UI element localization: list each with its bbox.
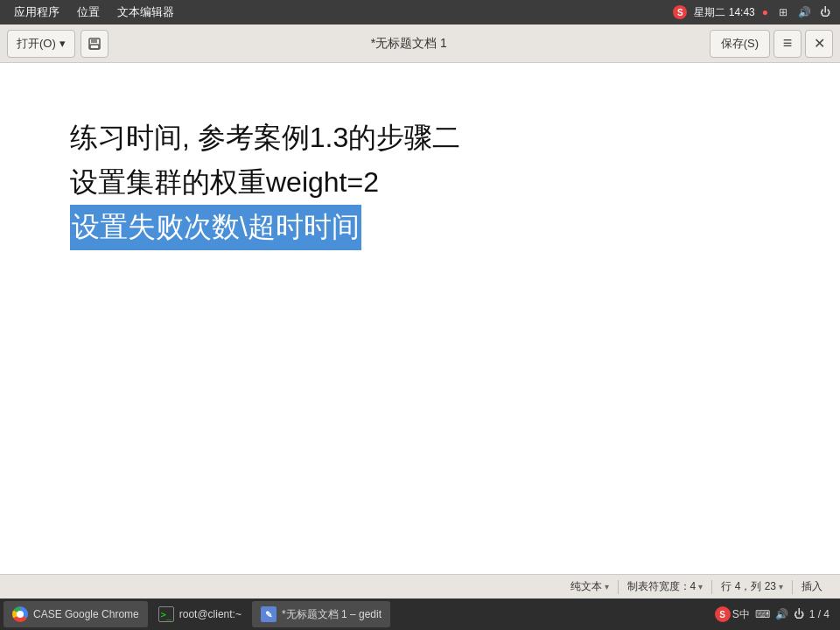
toolbar-right: 保存(S) ≡ ✕ bbox=[710, 30, 833, 58]
clock: 星期二 14:43 bbox=[694, 5, 754, 20]
tab-width-label: 制表符宽度：4 bbox=[627, 579, 696, 594]
sys-icons: ⊞ 🔊 ⏻ bbox=[775, 4, 833, 20]
recording-dot: ● bbox=[762, 6, 768, 18]
open-label: 打开(O) bbox=[17, 36, 56, 52]
menu-apps[interactable]: 应用程序 bbox=[7, 3, 66, 22]
terminal-icon: >_ bbox=[158, 606, 174, 622]
close-button[interactable]: ✕ bbox=[805, 30, 833, 58]
chrome-label: CASE Google Chrome bbox=[33, 608, 139, 620]
svg-rect-1 bbox=[91, 38, 97, 43]
taskbar-right: S S中 ⌨ 🔊 ⏻ 1 / 4 bbox=[715, 606, 836, 622]
position-item[interactable]: 行 4，列 23 ▾ bbox=[714, 579, 790, 594]
position-arrow: ▾ bbox=[779, 582, 783, 592]
sogou-icon: S bbox=[673, 5, 687, 19]
status-bar: 纯文本 ▾ 制表符宽度：4 ▾ 行 4，列 23 ▾ 插入 bbox=[0, 574, 840, 598]
gedit-label: *无标题文档 1 – gedit bbox=[282, 607, 382, 622]
text-type-label: 纯文本 bbox=[570, 579, 602, 594]
floppy-icon bbox=[88, 37, 102, 51]
save-button[interactable]: 保存(S) bbox=[710, 30, 770, 58]
sogou-label: S中 bbox=[732, 607, 750, 622]
editor-area[interactable]: 练习时间, 参考案例1.3的步骤二 设置集群的权重weight=2 设置失败次数… bbox=[0, 63, 840, 574]
editor-content[interactable]: 练习时间, 参考案例1.3的步骤二 设置集群的权重weight=2 设置失败次数… bbox=[0, 63, 840, 574]
menu-text-editor[interactable]: 文本编辑器 bbox=[110, 3, 181, 22]
line3-selected: 设置失败次数\超时时间 bbox=[70, 205, 361, 249]
top-menubar: 应用程序 位置 文本编辑器 S 星期二 14:43 ● ⊞ 🔊 ⏻ bbox=[0, 0, 840, 24]
insert-mode-item: 插入 bbox=[794, 579, 830, 594]
taskbar-gedit[interactable]: ✎ *无标题文档 1 – gedit bbox=[252, 601, 390, 627]
terminal-label: root@client:~ bbox=[179, 608, 242, 620]
text-type-arrow: ▾ bbox=[605, 582, 609, 592]
insert-mode-label: 插入 bbox=[802, 579, 822, 594]
power-icon[interactable]: ⏻ bbox=[817, 4, 833, 20]
page-info: 1 / 4 bbox=[809, 608, 830, 620]
volume-icon[interactable]: 🔊 bbox=[796, 4, 812, 20]
taskbar-chrome[interactable]: CASE Google Chrome bbox=[4, 601, 148, 627]
network-icon[interactable]: ⊞ bbox=[775, 4, 791, 20]
menu-location[interactable]: 位置 bbox=[70, 3, 107, 22]
line2: 设置集群的权重weight=2 bbox=[70, 160, 770, 205]
keyboard-taskbar[interactable]: ⌨ bbox=[755, 608, 770, 620]
svg-rect-2 bbox=[90, 45, 99, 49]
tab-width-item[interactable]: 制表符宽度：4 ▾ bbox=[620, 579, 710, 594]
sogou-taskbar[interactable]: S S中 bbox=[715, 606, 750, 622]
status-divider-2 bbox=[711, 580, 712, 594]
line1: 练习时间, 参考案例1.3的步骤二 bbox=[70, 116, 770, 160]
menu-button[interactable]: ≡ bbox=[774, 30, 802, 58]
document-title: *无标题文档 1 bbox=[114, 36, 704, 52]
status-divider-1 bbox=[618, 580, 619, 594]
status-divider-3 bbox=[792, 580, 793, 594]
open-button[interactable]: 打开(O) ▾ bbox=[7, 30, 75, 58]
taskbar: CASE Google Chrome >_ root@client:~ ✎ *无… bbox=[0, 598, 840, 630]
power-taskbar[interactable]: ⏻ bbox=[794, 608, 804, 620]
system-info: S 星期二 14:43 ● ⊞ 🔊 ⏻ bbox=[673, 4, 833, 20]
gedit-toolbar: 打开(O) ▾ *无标题文档 1 保存(S) ≡ ✕ bbox=[0, 24, 840, 63]
text-type-item[interactable]: 纯文本 ▾ bbox=[564, 579, 616, 594]
volume-taskbar[interactable]: 🔊 bbox=[775, 608, 788, 620]
save-icon-button[interactable] bbox=[80, 30, 108, 58]
tab-width-arrow: ▾ bbox=[698, 582, 703, 592]
open-dropdown-arrow: ▾ bbox=[60, 37, 66, 50]
chrome-icon bbox=[12, 606, 28, 622]
taskbar-terminal[interactable]: >_ root@client:~ bbox=[150, 601, 250, 627]
position-label: 行 4，列 23 bbox=[721, 579, 776, 594]
sogou-taskbar-icon: S bbox=[715, 606, 731, 622]
gedit-icon: ✎ bbox=[261, 606, 276, 622]
